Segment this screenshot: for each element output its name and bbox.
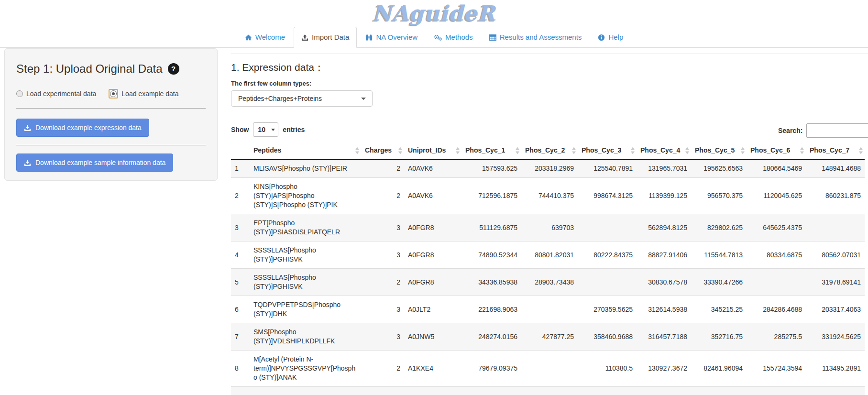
- table-cell: 284286.4688: [747, 296, 806, 323]
- radio-load-example-data[interactable]: Load example data: [109, 89, 178, 99]
- table-row[interactable]: 3EPT[Phospho (STY)]PSIASDISLPIATQELR3A0F…: [231, 214, 865, 241]
- table-cell: EPT[Phospho (STY)]PSIASDISLPIATQELR: [250, 214, 361, 241]
- table-cell: MLISAVS[Phospho (STY)]PEIR: [250, 160, 361, 178]
- column-header-phos-cyc-7[interactable]: Phos_Cyc_7: [806, 142, 865, 160]
- table-cell: 203318.2969: [521, 160, 578, 178]
- table-cell: 3: [231, 214, 250, 241]
- column-header-peptides[interactable]: Peptides: [250, 142, 361, 160]
- table-cell: [578, 387, 637, 395]
- sort-icon: [800, 147, 804, 154]
- section-title: 1. Expression data：: [231, 61, 868, 74]
- table-row[interactable]: [231, 387, 865, 395]
- column-header-phos-cyc-5[interactable]: Phos_Cyc_5: [691, 142, 747, 160]
- column-header-phos-cyc-2[interactable]: Phos_Cyc_2: [521, 142, 578, 160]
- column-header-phos-cyc-3[interactable]: Phos_Cyc_3: [578, 142, 637, 160]
- table-cell: 195625.6563: [691, 160, 747, 178]
- tab-na-overview[interactable]: NA Overview: [358, 27, 425, 48]
- table-row[interactable]: 2KINS[Phospho (STY)]APS[Phospho (STY)]S[…: [231, 178, 865, 214]
- column-header-charges[interactable]: Charges: [361, 142, 404, 160]
- table-cell: 180664.5469: [747, 160, 806, 178]
- download-sample-info-button[interactable]: Download example sample information data: [16, 154, 173, 172]
- tab-welcome[interactable]: Welcome: [237, 27, 293, 48]
- radio-load-experimental-data[interactable]: Load experimental data: [16, 90, 96, 98]
- table-cell: 80334.6875: [747, 241, 806, 269]
- table-row[interactable]: 4SSSSLLAS[Phospho (STY)]PGHISVK3A0FGR874…: [231, 241, 865, 269]
- table-row[interactable]: 7SMS[Phospho (STY)]VDLSHIPLKDPLLFK3A0JNW…: [231, 323, 865, 351]
- chevron-down-icon: [271, 129, 275, 131]
- search-label: Search:: [778, 127, 802, 134]
- upload-icon: [301, 34, 308, 41]
- table-cell: 316457.7188: [637, 323, 691, 351]
- table-row[interactable]: 8M[Acetyl (Protein N-term)]NPVYSPGSSGVPY…: [231, 351, 865, 387]
- table-cell: [521, 296, 578, 323]
- table-cell: 79679.09375: [461, 351, 521, 387]
- column-types-label: The first few column types:: [231, 80, 868, 87]
- table-cell: 270359.5625: [578, 296, 637, 323]
- table-cell: 88827.91406: [637, 241, 691, 269]
- table-cell: 511129.6875: [461, 214, 521, 241]
- table-cell: 829802.625: [691, 214, 747, 241]
- question-circle-icon[interactable]: ?: [168, 63, 179, 75]
- table-cell: 3: [361, 214, 404, 241]
- table-cell: SMS[Phospho (STY)]VDLSHIPLKDPLLFK: [250, 323, 361, 351]
- table-row[interactable]: 6TQDPVPPETPSDS[Phospho (STY)]DHK3A0JLT22…: [231, 296, 865, 323]
- table-cell: 639703: [521, 214, 578, 241]
- home-icon: [245, 34, 252, 41]
- table-cell: M[Acetyl (Protein N-term)]NPVYSPGSSGVPY[…: [250, 351, 361, 387]
- table-cell: 1120045.625: [747, 178, 806, 214]
- table-cell: 203317.4063: [806, 296, 865, 323]
- table-body: 1MLISAVS[Phospho (STY)]PEIR2A0AVK6157593…: [231, 160, 865, 395]
- table-cell: 2: [361, 269, 404, 296]
- table-row[interactable]: 5SSSSLLAS[Phospho (STY)]PGHISVK2A0FGR834…: [231, 269, 865, 296]
- table-cell: 1139399.125: [637, 178, 691, 214]
- column-header-row-index[interactable]: [231, 142, 250, 160]
- table-cell: 285275.5: [747, 323, 806, 351]
- table-cell: 31978.69141: [806, 269, 865, 296]
- table-cell: 712596.1875: [461, 178, 521, 214]
- column-header-uniprot-ids[interactable]: Uniprot_IDs: [404, 142, 461, 160]
- main-content: 1. Expression data： The first few column…: [231, 48, 868, 395]
- table-cell: 148941.4688: [806, 160, 865, 178]
- tab-methods[interactable]: Methods: [426, 27, 481, 48]
- radio-icon-selected: [109, 89, 118, 99]
- table-cell: 645625.4375: [747, 214, 806, 241]
- table-cell: 1: [231, 160, 250, 178]
- table-cell: [691, 387, 747, 395]
- search-input[interactable]: [806, 123, 868, 138]
- app-header: NAguideR: [0, 0, 868, 26]
- tab-results-assessments[interactable]: Results and Assessments: [482, 27, 590, 48]
- column-types-selected-value: Peptides+Charges+Proteins: [238, 95, 322, 102]
- table-cell: 248274.0156: [461, 323, 521, 351]
- table-cell: 131965.7031: [637, 160, 691, 178]
- upload-panel: Step 1: Upload Original Data ? Load expe…: [4, 48, 218, 181]
- table-cell: 157593.625: [461, 160, 521, 178]
- download-expression-button[interactable]: Download example expression data: [16, 119, 149, 137]
- entries-label: entries: [283, 126, 305, 133]
- expression-table: PeptidesChargesUniprot_IDsPhos_Cyc_1Phos…: [231, 142, 865, 395]
- table-cell: [521, 387, 578, 395]
- column-header-phos-cyc-6[interactable]: Phos_Cyc_6: [747, 142, 806, 160]
- table-cell: 110380.5: [578, 351, 637, 387]
- divider: [231, 54, 868, 54]
- panel-title: Step 1: Upload Original Data ?: [16, 61, 206, 77]
- table-cell: A0FGR8: [404, 214, 461, 241]
- column-header-phos-cyc-4[interactable]: Phos_Cyc_4: [637, 142, 691, 160]
- tab-help[interactable]: Help: [590, 27, 631, 48]
- sort-icon: [859, 147, 863, 154]
- column-types-select[interactable]: Peptides+Charges+Proteins: [231, 90, 373, 107]
- table-cell: SSSSLLAS[Phospho (STY)]PGHISVK: [250, 241, 361, 269]
- table-cell: 5: [231, 269, 250, 296]
- sort-icon: [516, 147, 520, 154]
- download-icon: [24, 159, 31, 166]
- table-row[interactable]: 1MLISAVS[Phospho (STY)]PEIR2A0AVK6157593…: [231, 160, 865, 178]
- entries-select[interactable]: 10: [253, 122, 278, 137]
- table-cell: [578, 269, 637, 296]
- table-cell: 345215.25: [691, 296, 747, 323]
- sort-icon: [355, 147, 360, 154]
- table-cell: A1KXE4: [404, 351, 461, 387]
- column-header-phos-cyc-1[interactable]: Phos_Cyc_1: [461, 142, 521, 160]
- datatable-controls: Show 10 entries Search:: [231, 122, 868, 139]
- table-cell: 155724.3594: [747, 351, 806, 387]
- data-source-radios: Load experimental data Load example data: [16, 89, 206, 99]
- tab-import-data[interactable]: Import Data: [294, 27, 357, 48]
